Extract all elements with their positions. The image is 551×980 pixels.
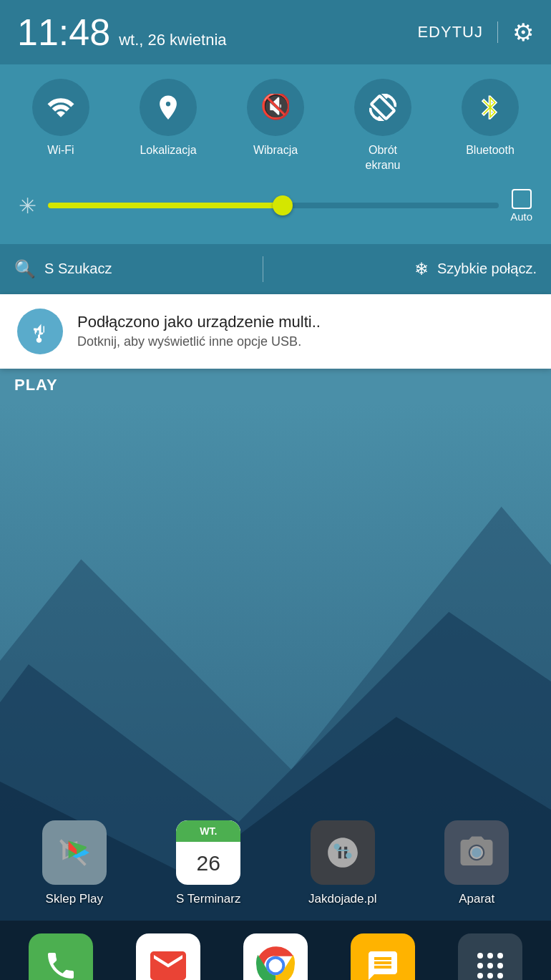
rotation-icon bbox=[369, 94, 396, 121]
cal-header: WT. bbox=[176, 820, 240, 842]
dock: Telefon Gmail Chrome bbox=[0, 921, 551, 980]
brightness-slider[interactable] bbox=[48, 202, 499, 209]
location-circle bbox=[140, 79, 197, 136]
notification-card[interactable]: Podłączono jako urządzenie multi.. Dotkn… bbox=[0, 294, 551, 369]
settings-icon[interactable]: ⚙ bbox=[512, 18, 534, 47]
rotation-circle bbox=[354, 79, 411, 136]
quick-settings-panel: Wi-Fi Lokalizacja 🔇 Wibracja bbox=[0, 64, 551, 244]
quick-connect[interactable]: ❄ Szybkie połącz. bbox=[414, 259, 537, 279]
bluetooth-label: Bluetooth bbox=[466, 143, 515, 158]
svg-point-11 bbox=[487, 953, 493, 959]
svg-point-15 bbox=[497, 963, 503, 969]
quick-connect-icon: ❄ bbox=[414, 259, 429, 279]
chrome-icon bbox=[243, 933, 308, 980]
svg-point-5 bbox=[333, 843, 339, 849]
quick-icon-wifi[interactable]: Wi-Fi bbox=[29, 79, 93, 158]
svg-point-13 bbox=[477, 963, 483, 969]
aparat-label: Aparat bbox=[459, 892, 494, 906]
bluetooth-circle bbox=[462, 79, 519, 136]
svg-point-18 bbox=[497, 973, 503, 979]
jakdojade-icon bbox=[311, 820, 375, 885]
auto-text: Auto bbox=[510, 210, 532, 223]
dock-aplikacje[interactable]: Aplik. bbox=[447, 933, 533, 980]
notif-subtitle: Dotknij, aby wyświetlić inne opcje USB. bbox=[77, 334, 534, 349]
gmail-icon bbox=[136, 933, 200, 980]
notif-title: Podłączono jako urządzenie multi.. bbox=[77, 313, 534, 331]
search-icon: 🔍 bbox=[14, 259, 36, 279]
rotation-label: Obrótekranu bbox=[366, 143, 401, 173]
svg-point-14 bbox=[487, 963, 493, 969]
notif-usb-icon bbox=[17, 309, 63, 354]
svg-point-7 bbox=[472, 848, 482, 858]
aplikacje-icon bbox=[458, 933, 522, 980]
vibration-label: Wibracja bbox=[253, 143, 298, 158]
app-s-terminarz[interactable]: WT. 26 S Terminarz bbox=[165, 820, 251, 906]
status-right: EDYTUJ ⚙ bbox=[417, 18, 534, 47]
cal-body: 26 bbox=[197, 842, 220, 885]
wiadomosci-icon bbox=[351, 933, 415, 980]
bluetooth-icon bbox=[477, 94, 504, 121]
dock-gmail[interactable]: Gmail bbox=[125, 933, 211, 980]
svg-text:🔇: 🔇 bbox=[262, 94, 289, 121]
app-aparat[interactable]: Aparat bbox=[434, 820, 520, 906]
telefon-icon bbox=[29, 933, 93, 980]
vibration-circle: 🔇 bbox=[247, 79, 304, 136]
search-divider bbox=[263, 256, 263, 282]
play-label: PLAY bbox=[0, 369, 551, 402]
quick-icon-rotation[interactable]: Obrótekranu bbox=[351, 79, 415, 173]
auto-square-icon bbox=[512, 189, 532, 209]
notif-content: Podłączono jako urządzenie multi.. Dotkn… bbox=[77, 313, 534, 349]
s-terminarz-label: S Terminarz bbox=[176, 892, 240, 906]
time-date: 11:48 wt., 26 kwietnia bbox=[17, 11, 227, 54]
brightness-row: ✳ Auto bbox=[7, 185, 544, 227]
wifi-circle bbox=[32, 79, 89, 136]
app-row-1: Sklep Play WT. 26 S Terminarz Jakdojade.… bbox=[0, 813, 551, 921]
sklep-play-label: Sklep Play bbox=[46, 892, 103, 906]
usb-icon bbox=[27, 319, 53, 344]
divider bbox=[497, 21, 498, 43]
svg-point-17 bbox=[487, 973, 493, 979]
auto-brightness[interactable]: Auto bbox=[510, 189, 532, 223]
wifi-icon bbox=[47, 94, 74, 121]
app-sklep-play[interactable]: Sklep Play bbox=[31, 820, 117, 906]
app-jakdojade[interactable]: Jakdojade.pl bbox=[300, 820, 386, 906]
edit-button[interactable]: EDYTUJ bbox=[417, 23, 483, 42]
vibration-icon: 🔇 bbox=[262, 94, 289, 121]
search-bar: 🔍 S Szukacz ❄ Szybkie połącz. bbox=[0, 244, 551, 294]
svg-point-16 bbox=[477, 973, 483, 979]
brightness-fill bbox=[48, 203, 283, 208]
home-screen: Sklep Play WT. 26 S Terminarz Jakdojade.… bbox=[0, 402, 551, 980]
wifi-label: Wi-Fi bbox=[47, 143, 74, 158]
quick-connect-text: Szybkie połącz. bbox=[437, 261, 537, 277]
calendar-icon: WT. 26 bbox=[176, 820, 240, 885]
svg-point-10 bbox=[477, 953, 483, 959]
sklep-play-icon bbox=[42, 820, 107, 885]
quick-icon-location[interactable]: Lokalizacja bbox=[136, 79, 200, 158]
status-bar: 11:48 wt., 26 kwietnia EDYTUJ ⚙ bbox=[0, 0, 551, 64]
dock-wiadomosci[interactable]: Wiadom... bbox=[340, 933, 426, 980]
location-label: Lokalizacja bbox=[140, 143, 196, 158]
search-left[interactable]: 🔍 S Szukacz bbox=[14, 259, 112, 279]
date: wt., 26 kwietnia bbox=[119, 31, 226, 49]
brightness-thumb[interactable] bbox=[273, 195, 293, 215]
dock-chrome[interactable]: Chrome bbox=[233, 933, 318, 980]
dock-telefon[interactable]: Telefon bbox=[18, 933, 104, 980]
location-icon bbox=[155, 94, 182, 121]
brightness-icon: ✳ bbox=[19, 193, 36, 218]
svg-point-9 bbox=[269, 959, 283, 972]
search-text: S Szukacz bbox=[44, 261, 112, 277]
quick-icons-row: Wi-Fi Lokalizacja 🔇 Wibracja bbox=[7, 79, 544, 173]
jakdojade-label: Jakdojade.pl bbox=[308, 892, 376, 906]
svg-point-12 bbox=[497, 953, 503, 959]
quick-icon-vibration[interactable]: 🔇 Wibracja bbox=[243, 79, 308, 158]
quick-icon-bluetooth[interactable]: Bluetooth bbox=[458, 79, 522, 158]
aparat-icon bbox=[444, 820, 509, 885]
clock: 11:48 bbox=[17, 11, 110, 54]
svg-point-6 bbox=[346, 853, 351, 858]
s-terminarz-icon: WT. 26 bbox=[176, 820, 240, 885]
